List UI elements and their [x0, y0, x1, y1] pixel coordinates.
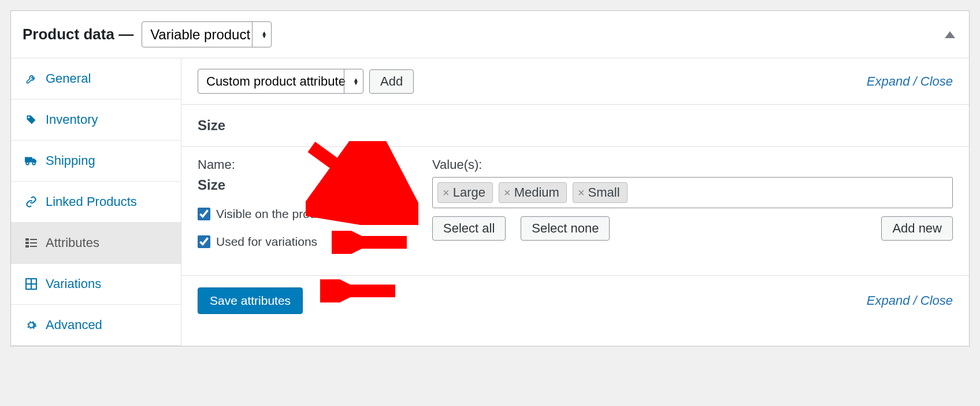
link-icon	[25, 195, 38, 208]
value-chip: × Large	[437, 182, 493, 203]
collapse-toggle-icon[interactable]	[945, 31, 955, 38]
tab-label: Linked Products	[46, 194, 137, 209]
list-icon	[25, 237, 38, 249]
value-chip: × Medium	[499, 182, 567, 203]
values-multiselect[interactable]: × Large × Medium × Small	[432, 177, 953, 208]
attributes-footer: Save attributes Expand / Close	[181, 276, 969, 326]
product-type-select[interactable]: Variable product	[142, 21, 272, 47]
gear-icon	[25, 319, 38, 331]
product-data-panel: Product data — Variable product ▲▼ Gener…	[10, 10, 970, 346]
variations-checkbox-row[interactable]: Used for variations	[198, 235, 411, 249]
expand-link[interactable]: Expand	[867, 293, 910, 308]
tab-variations[interactable]: Variations	[11, 264, 181, 305]
tab-label: Attributes	[46, 235, 99, 250]
svg-point-1	[26, 162, 29, 165]
svg-rect-0	[25, 157, 32, 163]
attribute-type-select[interactable]: Custom product attribute	[198, 69, 363, 94]
tab-linked-products[interactable]: Linked Products	[11, 182, 181, 223]
svg-rect-4	[30, 239, 37, 240]
tab-shipping[interactable]: Shipping	[11, 141, 181, 182]
values-label: Value(s):	[432, 157, 953, 172]
tab-label: General	[46, 71, 91, 86]
expand-close-links: Expand / Close	[867, 74, 953, 89]
svg-rect-3	[25, 238, 29, 241]
close-link[interactable]: Close	[920, 74, 953, 88]
tab-label: Inventory	[46, 112, 98, 127]
attribute-name-value: Size	[198, 177, 411, 193]
select-all-button[interactable]: Select all	[432, 216, 506, 241]
visible-checkbox-row[interactable]: Visible on the product page	[198, 207, 411, 221]
visible-checkbox[interactable]	[198, 208, 210, 220]
tab-inventory[interactable]: Inventory	[11, 99, 181, 141]
svg-rect-5	[25, 242, 29, 244]
wrench-icon	[25, 72, 38, 85]
tag-icon	[25, 113, 38, 126]
tab-label: Shipping	[46, 153, 95, 168]
panel-header: Product data — Variable product ▲▼	[11, 11, 969, 58]
variations-label: Used for variations	[216, 235, 317, 249]
expand-close-links: Expand / Close	[867, 293, 953, 308]
add-attribute-button[interactable]: Add	[369, 69, 414, 94]
remove-chip-icon[interactable]: ×	[503, 186, 512, 200]
tabs-sidebar: General Inventory Shipping	[11, 58, 181, 346]
select-none-button[interactable]: Select none	[521, 216, 610, 241]
visible-label: Visible on the product page	[216, 207, 363, 221]
name-label: Name:	[198, 157, 411, 172]
expand-link[interactable]: Expand	[867, 74, 910, 88]
save-attributes-button[interactable]: Save attributes	[198, 287, 303, 314]
tab-general[interactable]: General	[11, 58, 181, 99]
close-link[interactable]: Close	[920, 293, 953, 308]
variations-checkbox[interactable]	[198, 235, 210, 248]
attributes-content: Custom product attribute ▲▼ Add Expand /…	[181, 58, 969, 346]
attributes-toolbar: Custom product attribute ▲▼ Add Expand /…	[181, 58, 969, 105]
truck-icon	[25, 154, 38, 167]
add-new-term-button[interactable]: Add new	[881, 216, 953, 241]
tab-label: Variations	[46, 276, 101, 291]
panel-title: Product data —	[23, 25, 133, 43]
attribute-row-title[interactable]: Size	[181, 105, 969, 147]
attribute-row-body: Name: Size Visible on the product page U…	[181, 147, 969, 276]
remove-chip-icon[interactable]: ×	[441, 186, 451, 200]
svg-point-2	[32, 162, 35, 165]
svg-rect-6	[30, 242, 37, 243]
svg-rect-7	[25, 245, 29, 248]
tab-advanced[interactable]: Advanced	[11, 305, 181, 346]
tab-attributes[interactable]: Attributes	[11, 223, 181, 264]
svg-rect-8	[30, 246, 37, 247]
value-chip: × Small	[573, 182, 628, 203]
tab-label: Advanced	[46, 318, 102, 333]
grid-icon	[25, 278, 38, 290]
annotation-arrow-icon	[320, 279, 401, 302]
remove-chip-icon[interactable]: ×	[577, 186, 586, 200]
